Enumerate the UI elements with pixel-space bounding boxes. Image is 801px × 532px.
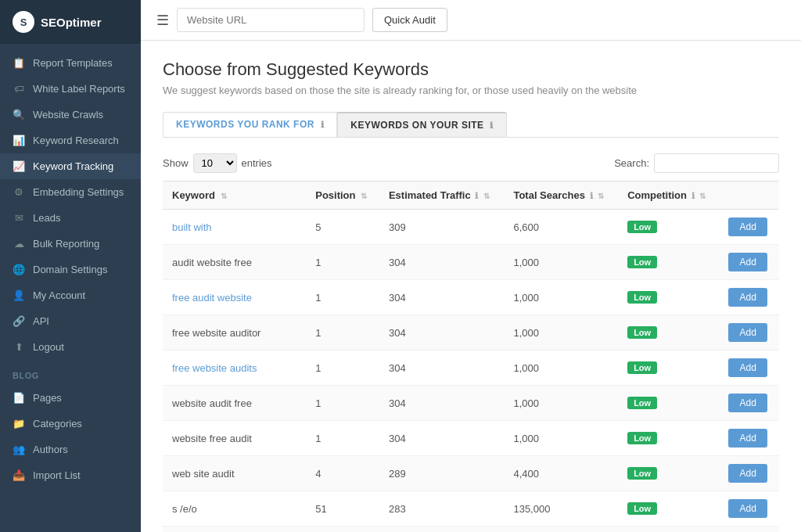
cell-keyword: web site audit [163,456,306,491]
show-label: Show [163,157,189,169]
bulk-reporting-icon: ☁ [13,238,25,250]
traffic-sort-icon[interactable]: ⇅ [483,192,490,200]
add-button[interactable]: Add [728,429,767,448]
sidebar-item-keyword-research[interactable]: 📊Keyword Research [0,128,141,153]
hamburger-icon[interactable]: ☰ [156,12,169,29]
cell-action: Add [719,456,779,491]
sidebar-item-leads[interactable]: ✉Leads [0,205,141,231]
sidebar-item-categories[interactable]: 📁Categories [0,411,141,437]
search-input[interactable] [654,153,779,173]
keyword-research-icon: 📊 [13,135,25,146]
sidebar-label: Authors [33,444,68,455]
sidebar-item-website-crawls[interactable]: 🔍Website Crawls [0,102,141,128]
table-row: s /e/o 51 283 135,000 Low Add [163,491,779,527]
keyword-sort-icon[interactable]: ⇅ [221,192,227,200]
cell-traffic: 304 [379,421,505,456]
sidebar-item-report-templates[interactable]: 📋Report Templates [0,50,141,76]
keywords-table: Keyword ⇅ Position ⇅ Estimated Traffic ℹ… [163,181,779,532]
report-templates-icon: 📋 [13,57,25,69]
add-button[interactable]: Add [728,217,767,236]
col-position: Position ⇅ [306,182,379,210]
search-box: Search: [614,153,779,173]
cell-searches: 1,000 [504,421,618,456]
entries-select[interactable]: 10 25 50 100 [193,153,237,173]
logout-icon: ⬆ [13,341,25,353]
add-button[interactable]: Add [728,499,767,518]
cell-traffic: 271 [379,527,505,533]
cell-searches: 1,000 [504,245,618,280]
competition-badge: Low [627,502,657,515]
cell-action: Add [719,421,779,456]
tab-rank-for[interactable]: KEYWORDS YOU RANK FOR ℹ [163,112,337,137]
cell-position: 1 [306,386,379,421]
position-sort-icon[interactable]: ⇅ [361,192,367,200]
sidebar-item-white-label-reports[interactable]: 🏷White Label Reports [0,76,141,102]
table-row: website free audit 1 304 1,000 Low Add [163,421,779,456]
col-traffic: Estimated Traffic ℹ ⇅ [379,182,505,210]
table-row: digital marketing freelance 9 271 18,100… [163,527,779,533]
sidebar-item-logout[interactable]: ⬆Logout [0,334,141,360]
add-button[interactable]: Add [728,464,767,483]
table-row: web site audit 4 289 4,400 Low Add [163,456,779,491]
keyword-link[interactable]: built with [172,221,212,233]
sidebar-label: API [33,315,49,327]
sidebar-item-keyword-tracking[interactable]: 📈Keyword Tracking [0,153,141,179]
quick-audit-button[interactable]: Quick Audit [372,8,447,32]
website-crawls-icon: 🔍 [13,109,25,120]
cell-searches: 6,600 [504,210,618,245]
sidebar-item-my-account[interactable]: 👤My Account [0,282,141,308]
sidebar-item-api[interactable]: 🔗API [0,308,141,334]
table-row: audit website free 1 304 1,000 Low Add [163,245,779,280]
sidebar-item-embedding-settings[interactable]: ⚙Embedding Settings [0,179,141,205]
sidebar-label: Embedding Settings [33,186,124,198]
sidebar-item-bulk-reporting[interactable]: ☁Bulk Reporting [0,231,141,257]
cell-searches: 1,000 [504,350,618,386]
cell-position: 5 [306,210,379,245]
sidebar-label: Leads [33,212,60,224]
keyword-text: website audit free [172,397,252,409]
sidebar-item-domain-settings[interactable]: 🌐Domain Settings [0,257,141,282]
add-button[interactable]: Add [728,323,767,342]
cell-competition: Low [618,245,719,280]
sidebar-item-import-list[interactable]: 📥Import List [0,462,141,488]
url-input[interactable] [177,8,365,32]
pages-icon: 📄 [13,392,25,404]
sidebar-nav: 📋Report Templates🏷White Label Reports🔍We… [0,44,141,532]
competition-badge: Low [627,361,657,374]
entries-label: entries [242,157,272,169]
tab-on-site[interactable]: KEYWORDS ON YOUR SITE ℹ [337,112,507,137]
cell-position: 1 [306,421,379,456]
cell-competition: Medium [618,527,719,533]
logo-label: SEOptimer [41,16,102,29]
sidebar-item-pages[interactable]: 📄Pages [0,385,141,411]
table-row: free website auditor 1 304 1,000 Low Add [163,315,779,350]
col-action [719,182,779,210]
my-account-icon: 👤 [13,289,25,301]
cell-competition: Low [618,456,719,491]
competition-badge: Low [627,397,657,409]
cell-keyword: free audit website [163,280,306,315]
keyword-link[interactable]: free audit website [172,292,252,304]
cell-keyword: website free audit [163,421,306,456]
keyword-link[interactable]: free website audits [172,362,257,374]
sidebar-item-authors[interactable]: 👥Authors [0,437,141,462]
sidebar-label: Logout [33,341,64,353]
competition-info-icon: ℹ [691,191,695,200]
col-searches: Total Searches ℹ ⇅ [504,182,618,210]
add-button[interactable]: Add [728,358,767,377]
sidebar-label: Bulk Reporting [33,238,99,250]
table-row: website audit free 1 304 1,000 Low Add [163,386,779,421]
cell-searches: 1,000 [504,315,618,350]
add-button[interactable]: Add [728,288,767,307]
on-site-info-icon: ℹ [490,120,494,130]
competition-badge: Low [627,256,657,268]
white-label-reports-icon: 🏷 [13,83,25,95]
sidebar-label: Website Crawls [33,109,103,120]
add-button[interactable]: Add [728,394,767,412]
sidebar-blog-items: 📄Pages📁Categories👥Authors📥Import List [0,385,141,488]
add-button[interactable]: Add [728,253,767,271]
keyword-text: audit website free [172,257,252,268]
competition-sort-icon[interactable]: ⇅ [699,192,706,200]
searches-sort-icon[interactable]: ⇅ [598,192,604,200]
sidebar-label: My Account [33,289,85,301]
